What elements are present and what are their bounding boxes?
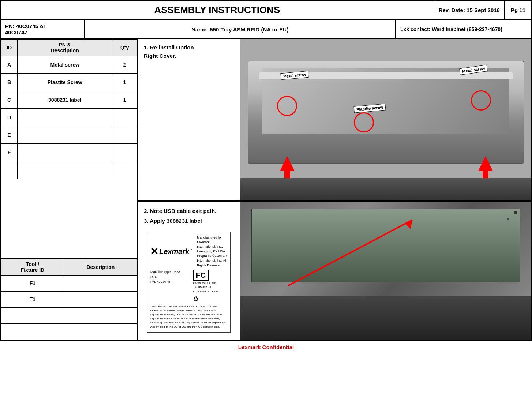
step1-image: Metal screw Metal screw Plastite screw bbox=[240, 39, 531, 200]
row-pn bbox=[18, 126, 112, 144]
row-qty bbox=[112, 161, 137, 179]
col-header-qty: Qty bbox=[112, 40, 137, 56]
col-header-pn: PN &Description bbox=[18, 40, 112, 56]
pn-value: 40C0747 bbox=[5, 29, 27, 35]
tool-id bbox=[1, 307, 64, 323]
step3: 3. Apply 3088231 label bbox=[144, 216, 234, 226]
row-id: F bbox=[1, 144, 18, 161]
assembly-name: Name: 550 Tray ASM RFID (NA or EU) bbox=[85, 20, 396, 38]
part-number: PN: 40C0745 or 40C0747 bbox=[1, 20, 85, 38]
header-second: PN: 40C0745 or 40C0747 Name: 550 Tray AS… bbox=[0, 19, 532, 38]
contact-info: Lxk contact: Ward Inabinet (859-227-4670… bbox=[396, 20, 531, 38]
tool-fixture-section: Tool /Fixture ID Description F1 T1 bbox=[1, 258, 137, 340]
table-row: A Metal screw 2 bbox=[1, 56, 137, 74]
tool-id: T1 bbox=[1, 291, 64, 307]
row-pn bbox=[18, 109, 112, 126]
footer: Lexmark Confidential bbox=[0, 341, 532, 353]
step1-title: 1. Re-install Option Right Cover. bbox=[144, 44, 234, 60]
circle-marker-right bbox=[471, 90, 491, 111]
row-qty bbox=[112, 109, 137, 126]
svg-rect-1 bbox=[284, 171, 290, 178]
svg-marker-2 bbox=[478, 156, 493, 171]
fcc-text: Contains FCC ID: TYL0528RFU IC: 2376A-05… bbox=[193, 281, 227, 293]
cable-arrow bbox=[259, 213, 442, 304]
row-pn: 3088231 label bbox=[18, 91, 112, 109]
step1-text: 1. Re-install Option Right Cover. bbox=[138, 39, 240, 200]
col-header-id: ID bbox=[1, 40, 18, 56]
recycle-icon: ♻ bbox=[193, 295, 227, 303]
tool-col-id: Tool /Fixture ID bbox=[1, 259, 64, 275]
tool-table: Tool /Fixture ID Description F1 T1 bbox=[1, 259, 137, 340]
footer-text: Lexmark Confidential bbox=[238, 344, 294, 350]
tool-row bbox=[1, 307, 137, 323]
lexmark-logo: ✕ Lexmark™ bbox=[150, 246, 192, 257]
left-panel: ID PN &Description Qty A Metal screw 2 B… bbox=[1, 39, 138, 340]
table-row bbox=[1, 161, 137, 179]
instructions-bottom: 2. Note USB cable exit path. 3. Apply 30… bbox=[138, 201, 531, 340]
rev-date: Rev. Date: 15 Sept 2016 bbox=[434, 1, 505, 19]
table-row: D bbox=[1, 109, 137, 126]
step2-3-text: 2. Note USB cable exit path. 3. Apply 30… bbox=[138, 202, 240, 340]
fc-logo: FC bbox=[193, 270, 209, 281]
step2-image bbox=[240, 202, 531, 340]
row-id: A bbox=[1, 56, 18, 74]
table-row: F bbox=[1, 144, 137, 161]
main-area: ID PN &Description Qty A Metal screw 2 B… bbox=[0, 38, 532, 341]
row-id: B bbox=[1, 74, 18, 91]
tool-id: F1 bbox=[1, 275, 64, 291]
table-row: C 3088231 label 1 bbox=[1, 91, 137, 109]
lexmark-footer: This device complies with Part 15 of the… bbox=[150, 304, 227, 329]
lexmark-label: ✕ Lexmark™ Manufactured for Lexmark Inte… bbox=[147, 232, 231, 333]
row-id: D bbox=[1, 109, 18, 126]
step2: 2. Note USB cable exit path. bbox=[144, 206, 234, 216]
row-qty bbox=[112, 144, 137, 161]
pn-label: PN: 40C0745 or bbox=[5, 23, 45, 29]
row-qty: 2 bbox=[112, 56, 137, 74]
tool-desc bbox=[64, 275, 137, 291]
tool-desc bbox=[64, 291, 137, 307]
circle-marker-left bbox=[277, 96, 297, 116]
svg-line-4 bbox=[288, 220, 412, 286]
row-qty bbox=[112, 126, 137, 144]
header-top: ASSEMBLY INSTRUCTIONS Rev. Date: 15 Sept… bbox=[0, 0, 532, 19]
table-row: B Plastite Screw 1 bbox=[1, 74, 137, 91]
instructions-top: 1. Re-install Option Right Cover. Metal … bbox=[138, 39, 531, 201]
tool-id bbox=[1, 323, 64, 340]
fc-section: FC Contains FCC ID: TYL0528RFU IC: 2376A… bbox=[193, 270, 227, 303]
svg-marker-0 bbox=[280, 156, 295, 171]
row-pn bbox=[18, 144, 112, 161]
lexmark-middle: Machine Type: 0528-RFU PN: 40C0745 FC Co… bbox=[150, 270, 227, 303]
row-qty: 1 bbox=[112, 91, 137, 109]
tool-desc bbox=[64, 307, 137, 323]
row-id: C bbox=[1, 91, 18, 109]
lexmark-wordmark: Lexmark™ bbox=[159, 247, 192, 256]
lexmark-x-icon: ✕ bbox=[150, 246, 158, 257]
tool-row: F1 bbox=[1, 275, 137, 291]
circle-marker-center bbox=[354, 112, 374, 132]
row-id: E bbox=[1, 126, 18, 144]
tool-row: T1 bbox=[1, 291, 137, 307]
tool-row bbox=[1, 323, 137, 340]
svg-rect-3 bbox=[483, 171, 488, 178]
lexmark-info: Machine Type: 0528-RFU PN: 40C0745 bbox=[150, 270, 181, 303]
lexmark-mfg-text: Manufactured for Lexmark International, … bbox=[197, 235, 227, 267]
tool-desc bbox=[64, 323, 137, 340]
table-row: E bbox=[1, 126, 137, 144]
row-qty: 1 bbox=[112, 74, 137, 91]
row-pn: Metal screw bbox=[18, 56, 112, 74]
page-title: ASSEMBLY INSTRUCTIONS bbox=[1, 1, 434, 19]
tool-col-desc: Description bbox=[64, 259, 137, 275]
row-pn bbox=[18, 161, 112, 179]
row-pn: Plastite Screw bbox=[18, 74, 112, 91]
parts-table: ID PN &Description Qty A Metal screw 2 B… bbox=[1, 39, 137, 179]
page-number: Pg 11 bbox=[505, 1, 531, 19]
row-id bbox=[1, 161, 18, 179]
right-panel: 1. Re-install Option Right Cover. Metal … bbox=[138, 39, 531, 340]
